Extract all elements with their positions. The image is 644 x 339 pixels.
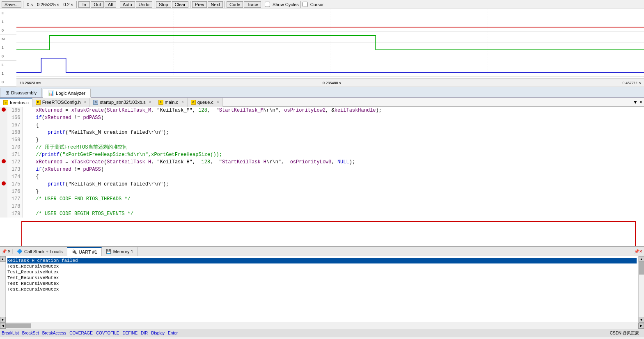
close-icon-3[interactable]: × [181,100,184,104]
bp-cell[interactable] [0,144,7,151]
code-cell: /* USER CODE BEGIN RTOS_EVENTS */ [22,210,644,218]
file-tab-config[interactable]: h FreeRTOSConfig.h × [32,98,90,107]
bp-cell[interactable] [0,158,7,166]
cursor-label[interactable]: Cursor [303,2,324,7]
show-cycles-checkbox[interactable] [265,2,270,7]
table-row: 168 printf("KeilTask_M creation failed\r… [0,129,644,136]
tab-dropdown-icon[interactable]: ▼ [633,99,638,105]
waveform-area[interactable] [16,9,644,78]
cmd-enter[interactable]: Enter [168,331,178,335]
hscroll-thumb[interactable] [6,323,31,328]
table-row: 176 } [0,188,644,195]
table-row: 178 [0,203,644,210]
code-table: 165 xReturned = xTaskCreate(StartKeilTas… [0,107,644,218]
bottom-close-icon[interactable]: ✕ [639,249,642,254]
close-icon[interactable]: × [84,100,87,104]
call-stack-label: Call Stack + Locals [24,249,63,254]
close-icon-4[interactable]: × [217,100,219,104]
scroll-up-btn[interactable]: ▲ [0,256,6,262]
bp-cell[interactable] [0,136,7,144]
vscroll-down[interactable]: ▼ [639,317,644,323]
bp-cell[interactable] [0,210,7,218]
cmd-breakaccess[interactable]: BreakAccess [42,331,66,335]
cmd-define[interactable]: DEFINE [122,331,138,335]
code-button[interactable]: Code [227,1,243,8]
bp-cell[interactable] [0,195,7,203]
code-editor[interactable]: 165 xReturned = xTaskCreate(StartKeilTas… [0,107,644,246]
stop-button[interactable]: Stop [156,1,171,8]
cmd-covtofile[interactable]: COVTOFILE [96,331,119,335]
uart-left-scrollbar: ▲ ▼ [0,256,6,323]
uart-hscroll: ◀ ▶ [0,323,644,328]
vscroll-up[interactable]: ▲ [639,256,644,262]
bottom-panel-end: 📌 ✕ [634,249,644,254]
bp-cell[interactable] [0,151,7,158]
code-cell: if(xReturned != pdPASS) [22,114,644,121]
clear-button[interactable]: Clear [172,1,188,8]
bp-cell[interactable] [0,129,7,136]
tab-disassembly[interactable]: ⊞ Disassembly [0,88,42,97]
cmd-display[interactable]: Display [151,331,165,335]
list-item[interactable]: Test_RecursiveMutex [7,269,637,275]
list-item[interactable]: Test_RecursiveMutex [7,263,637,269]
cmd-breakset[interactable]: BreakSet [22,331,39,335]
tab-uart1[interactable]: 🔌 UART #1 [67,247,102,256]
line-number: 175 [7,181,22,188]
scroll-down-btn[interactable]: ▼ [0,317,6,323]
code-cell: } [22,188,644,195]
file-tab-freertos[interactable]: c freertos.c [0,98,32,107]
hscroll-left[interactable]: ◀ [0,323,6,329]
tab-call-stack[interactable]: 🔷 Call Stack + Locals [13,247,67,256]
zoom-out-button[interactable]: Out [91,1,104,8]
bp-cell[interactable] [0,203,7,210]
list-item[interactable]: Test_RecursiveMutex [7,275,637,281]
file-tab-main[interactable]: c main.c × [155,98,188,107]
tab-logic-analyzer-label: Logic Analyzer [56,91,85,96]
vscroll-thumb[interactable] [639,262,644,275]
cmd-breaklist[interactable]: BreakList [2,331,19,335]
hscroll-right[interactable]: ▶ [638,323,644,329]
cursor-checkbox[interactable] [303,2,308,7]
trace-button[interactable]: Trace [244,1,261,8]
file-tab-startup[interactable]: s startup_stm32f103xb.s × [90,98,155,107]
next-button[interactable]: Next [208,1,223,8]
bp-cell[interactable] [0,173,7,181]
tab-memory1[interactable]: 💾 Memory 1 [102,247,138,256]
wave-row-h [16,9,644,32]
tab-logic-analyzer[interactable]: 📊 Logic Analyzer [43,89,91,98]
cmd-coverage[interactable]: COVERAGE [69,331,93,335]
uart-content[interactable]: KeilTask_H creation failedTest_Recursive… [6,256,638,323]
show-cycles-label[interactable]: Show Cycles [265,2,299,7]
bottom-pin-icon: 📌 [634,249,639,254]
show-cycles-text: Show Cycles [273,2,299,7]
file-tab-startup-label: startup_stm32f103xb.s [100,100,145,105]
table-row: 173 if(xReturned != pdPASS) [0,166,644,173]
auto-button[interactable]: Auto [120,1,135,8]
close-icon-2[interactable]: × [149,100,151,104]
bp-cell[interactable] [0,166,7,173]
zoom-in-button[interactable]: In [78,1,90,8]
time-ruler: 13.26623 ms 0.235488 s 0.457711 s [16,78,644,87]
bp-cell[interactable] [0,181,7,188]
prev-button[interactable]: Prev [192,1,207,8]
undo-button[interactable]: Undo [136,1,152,8]
uart1-label: UART #1 [79,250,97,254]
list-item[interactable]: Test_RecursiveMutex [7,281,637,286]
save-button[interactable]: Save... [2,1,21,8]
time-end: 0.265325 s [35,2,61,7]
list-item[interactable]: Test_RecursiveMutex [7,286,637,292]
file-tab-queue[interactable]: c queue.c × [188,98,223,107]
bp-cell[interactable] [0,188,7,195]
table-row: 174 { [0,173,644,181]
tab-close-all-icon[interactable]: × [639,99,642,105]
bp-cell[interactable] [0,114,7,121]
zoom-all-button[interactable]: All [105,1,116,8]
cmd-dir[interactable]: DIR [141,331,148,335]
list-item[interactable]: KeilTask_H creation failed [7,258,637,263]
channel-labels: H 1 0 M 1 0 L 1 0 [0,9,16,87]
code-cell: printf("KeilTask_H creation failed\r\n")… [22,181,644,188]
panel-close-icon[interactable]: ✕ [7,249,11,254]
c-file-icon: c [3,100,8,105]
bp-cell[interactable] [0,107,7,114]
bp-cell[interactable] [0,121,7,129]
